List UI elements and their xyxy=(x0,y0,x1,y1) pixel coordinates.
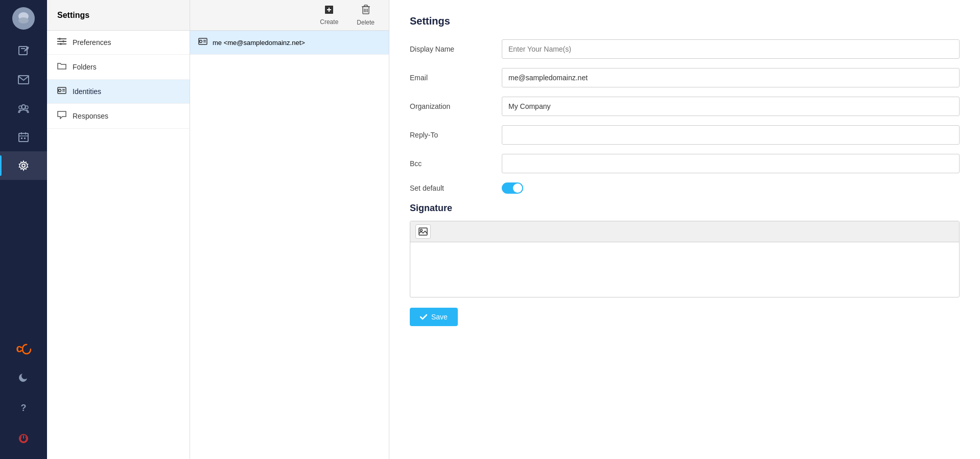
svg-rect-13 xyxy=(21,137,22,139)
logo-icon xyxy=(12,7,35,30)
folders-label: Folders xyxy=(73,63,97,71)
identity-item-me[interactable]: me <me@sampledomainz.net> xyxy=(190,31,389,55)
nav-mail[interactable] xyxy=(0,65,47,94)
bcc-label: Bcc xyxy=(410,159,502,168)
svg-point-44 xyxy=(421,230,423,232)
display-name-input[interactable] xyxy=(502,39,960,59)
email-row: Email xyxy=(410,68,960,87)
nav-calendar[interactable] xyxy=(0,123,47,151)
organization-label: Organization xyxy=(410,102,502,110)
svg-point-21 xyxy=(59,38,61,40)
svg-point-15 xyxy=(22,164,25,167)
save-button-label: Save xyxy=(431,313,448,321)
svg-rect-14 xyxy=(24,137,26,139)
responses-icon xyxy=(57,111,66,121)
svg-point-22 xyxy=(62,40,64,42)
email-label: Email xyxy=(410,74,502,82)
identities-icon xyxy=(57,87,66,96)
identity-card-icon xyxy=(198,38,207,47)
identity-toolbar: Create Delete xyxy=(190,0,389,31)
svg-rect-24 xyxy=(58,87,66,94)
identity-item-label: me <me@sampledomainz.net> xyxy=(213,39,305,47)
signature-editor xyxy=(410,221,960,297)
app-logo xyxy=(0,0,47,37)
create-identity-button[interactable]: Create xyxy=(316,3,342,28)
nav-compose[interactable] xyxy=(0,37,47,65)
settings-sidebar-title: Settings xyxy=(47,0,190,31)
preferences-icon xyxy=(57,38,66,47)
identities-label: Identities xyxy=(73,87,101,96)
settings-sidebar: Settings Preferences Folders xyxy=(47,0,190,459)
signature-toolbar xyxy=(410,221,959,242)
svg-rect-39 xyxy=(199,38,207,44)
signature-body[interactable] xyxy=(410,242,959,293)
bcc-input[interactable] xyxy=(502,154,960,173)
organization-input[interactable] xyxy=(502,97,960,116)
preferences-label: Preferences xyxy=(73,38,111,47)
svg-point-23 xyxy=(60,43,62,45)
display-name-row: Display Name xyxy=(410,39,960,59)
responses-label: Responses xyxy=(73,112,108,120)
identity-list-panel: Create Delete xyxy=(190,0,389,459)
set-default-toggle-container[interactable] xyxy=(502,182,523,194)
menu-item-folders[interactable]: Folders xyxy=(47,55,190,80)
menu-item-identities[interactable]: Identities xyxy=(47,80,190,104)
menu-item-responses[interactable]: Responses xyxy=(47,104,190,129)
main-content: Settings Display Name Email Organization… xyxy=(389,0,980,459)
delete-identity-button[interactable]: Delete xyxy=(353,2,379,28)
reply-to-row: Reply-To xyxy=(410,125,960,145)
signature-title: Signature xyxy=(410,203,960,214)
display-name-label: Display Name xyxy=(410,45,502,53)
nav-cpanel[interactable]: c xyxy=(0,334,47,363)
svg-rect-9 xyxy=(19,133,28,142)
nav-night-mode[interactable] xyxy=(0,363,47,392)
nav-logout[interactable] xyxy=(0,424,47,453)
set-default-label: Set default xyxy=(410,184,502,192)
save-button[interactable]: Save xyxy=(410,308,458,326)
svg-point-25 xyxy=(59,89,61,92)
menu-item-preferences[interactable]: Preferences xyxy=(47,31,190,55)
svg-point-1 xyxy=(18,17,29,24)
delete-label: Delete xyxy=(357,19,375,26)
bcc-row: Bcc xyxy=(410,154,960,173)
delete-icon xyxy=(361,4,370,18)
svg-point-40 xyxy=(200,40,202,43)
folders-icon xyxy=(57,62,66,72)
email-input[interactable] xyxy=(502,68,960,87)
set-default-row: Set default xyxy=(410,182,960,194)
nav-contacts[interactable] xyxy=(0,94,47,123)
signature-image-button[interactable] xyxy=(415,224,431,239)
nav-bar: c ? xyxy=(0,0,47,459)
create-label: Create xyxy=(320,18,338,26)
nav-settings[interactable] xyxy=(0,151,47,180)
reply-to-label: Reply-To xyxy=(410,131,502,139)
reply-to-input[interactable] xyxy=(502,125,960,145)
set-default-toggle[interactable] xyxy=(502,182,523,194)
settings-form-title: Settings xyxy=(410,15,960,27)
create-icon xyxy=(324,5,334,17)
organization-row: Organization xyxy=(410,97,960,116)
nav-help[interactable]: ? xyxy=(0,394,47,422)
